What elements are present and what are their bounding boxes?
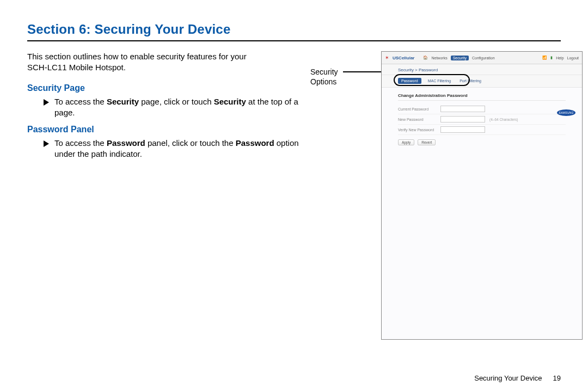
intro-paragraph: This section outlines how to enable secu… [27,51,310,74]
intro-line1: This section outlines how to enable secu… [27,52,247,61]
revert-button[interactable]: Revert [418,139,436,145]
text-fragment: panel, click or touch the [145,138,236,148]
brand-text: USCellular [393,56,414,60]
signal-icon: 📶 [542,56,547,60]
field-verify-password: Verify New Password [398,125,566,135]
intro-line2: SCH-LC11 Mobile Hotspot. [27,63,126,72]
text-bold: Password [107,138,145,148]
label-verify-password: Verify New Password [398,128,436,132]
input-current-password[interactable] [440,106,485,112]
apply-button[interactable]: Apply [398,139,414,145]
text-fragment: To access the [54,97,107,106]
label-new-password: New Password [398,118,436,121]
section-rule [27,40,561,41]
nav-security-active[interactable]: Security [451,56,469,60]
input-verify-password[interactable] [440,126,485,133]
bullet-text-password: To access the Password panel, click or t… [54,138,310,160]
callout-label: Security Options [310,68,338,87]
hint-new-password: (4–64 Characters) [489,118,518,121]
svg-marker-1 [44,140,49,147]
samsung-logo-text: SAMSUNG [559,111,573,114]
svg-marker-0 [44,99,49,106]
text-bold: Security [214,97,246,106]
page-number: 19 [553,374,561,382]
samsung-logo: SAMSUNG [557,109,575,116]
subhead-password-panel: Password Panel [27,125,310,134]
callout-label-line: Options [310,77,336,86]
tab-mac-filtering[interactable]: MAC Filtering [426,78,453,84]
tab-port-filtering[interactable]: Port Filtering [457,78,483,84]
tab-password[interactable]: Password [398,78,421,84]
breadcrumb: Security > Password [382,64,582,75]
brand-star-icon: ✶ [385,55,389,60]
screenshot-frame: ✶ USCellular 🏠 Networks Security Configu… [381,51,583,340]
callout-area: Security Options ✶ USCellular 🏠 Networks… [327,51,561,356]
section-title: Section 6: Securing Your Device [27,22,561,37]
password-panel: Change Administration Password Current P… [382,88,582,339]
callout-label-line: Security [310,68,338,76]
text-fragment: page, click or touch [139,97,214,106]
triangle-bullet-icon [44,98,49,108]
panel-title: Change Administration Password [398,93,566,101]
nav-configuration[interactable]: Configuration [472,56,495,60]
field-current-password: Current Password [398,104,566,114]
nav-help[interactable]: Help [556,56,564,60]
bullet-password-panel: To access the Password panel, click or t… [27,138,310,160]
security-options-tabs: Password MAC Filtering Port Filtering [382,75,582,88]
battery-icon: ▮ [550,56,553,60]
nav-networks[interactable]: Networks [431,56,447,60]
bullet-text-security: To access the Security page, click or to… [54,96,310,119]
page-footer: Securing Your Device 19 [474,374,561,382]
running-head: Securing Your Device [474,374,542,382]
triangle-bullet-icon [44,139,49,149]
text-fragment: To access the [54,138,107,148]
home-icon[interactable]: 🏠 [423,56,428,60]
text-bold: Password [236,138,274,148]
input-new-password[interactable] [440,116,485,122]
subhead-security-page: Security Page [27,83,310,93]
left-column: This section outlines how to enable secu… [27,51,310,356]
screenshot-topbar: ✶ USCellular 🏠 Networks Security Configu… [382,52,582,64]
label-current-password: Current Password [398,107,436,111]
nav-logout[interactable]: Logout [567,56,579,60]
bullet-security-page: To access the Security page, click or to… [27,96,310,119]
text-bold: Security [107,97,139,106]
field-new-password: New Password (4–64 Characters) [398,114,566,125]
